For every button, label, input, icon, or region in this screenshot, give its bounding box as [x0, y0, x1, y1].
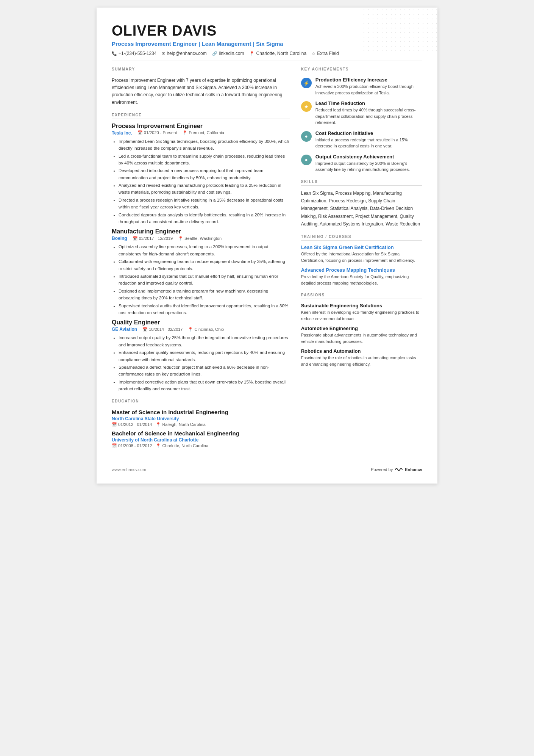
edu-location: 📍 Raleigh, North Carolina	[156, 422, 205, 427]
edu-degree: Bachelor of Science in Mechanical Engine…	[112, 430, 290, 437]
job-dates: 📅 01/2020 - Present	[137, 130, 177, 135]
job-bullets: Implemented Lean Six Sigma techniques, b…	[112, 138, 290, 225]
contact-icon: 🔗	[212, 51, 217, 56]
training-section: TRAINING / COURSES Lean Six Sigma Green …	[301, 235, 422, 286]
bullet-item: Collaborated with engineering teams to r…	[119, 258, 290, 272]
job-bullets: Optimized assembly line processes, leadi…	[112, 243, 290, 316]
job-dates: 📅 10/2014 - 02/2017	[142, 327, 183, 332]
experience-label: EXPERIENCE	[112, 113, 290, 119]
passions-label: PASSIONS	[301, 293, 422, 299]
powered-by-label: Powered by	[371, 467, 393, 472]
job-company: Boeing	[112, 236, 127, 241]
training-label: TRAINING / COURSES	[301, 235, 422, 241]
achievement-item: ★ Lead Time Reduction Reduced lead times…	[301, 100, 422, 126]
passion-title: Automotive Engineering	[301, 326, 422, 331]
achievement-content: Output Consistency Achievement Improved …	[315, 154, 422, 173]
experience-section: EXPERIENCE Process Improvement Engineer …	[112, 113, 290, 393]
education-section: EDUCATION Master of Science in Industria…	[112, 399, 290, 448]
brand-name: Enhancv	[405, 467, 422, 472]
jobs-container: Process Improvement Engineer Tesla Inc. …	[112, 123, 290, 393]
passion-item: Sustainable Engineering Solutions Keen i…	[301, 303, 422, 322]
passion-item: Automotive Engineering Passionate about …	[301, 326, 422, 344]
training-item: Advanced Process Mapping Techniques Prov…	[301, 267, 422, 286]
edu-degree: Master of Science in Industrial Engineer…	[112, 409, 290, 415]
bullet-item: Supervised technical audits that identif…	[119, 302, 290, 316]
passion-desc: Fascinated by the role of robotics in au…	[301, 355, 422, 367]
achievement-icon: ⚡	[301, 78, 312, 88]
bullet-item: Increased output quality by 25% through …	[119, 334, 290, 348]
achievement-desc: Improved output consistency by 200% in B…	[315, 160, 422, 173]
training-desc: Provided by the American Society for Qua…	[301, 274, 422, 286]
job-meta: Boeing 📅 03/2017 - 12/2019 📍 Seattle, Wa…	[112, 236, 290, 241]
passion-desc: Passionate about advancements in automot…	[301, 332, 422, 344]
edu-dates: 📅 01/2008 - 01/2012	[112, 443, 152, 448]
achievement-desc: Achieved a 300% production efficiency bo…	[315, 83, 422, 96]
bullet-item: Developed and introduced a new process m…	[119, 167, 290, 181]
edu-school: North Carolina State University	[112, 416, 290, 421]
passions-section: PASSIONS Sustainable Engineering Solutio…	[301, 293, 422, 367]
job-item: Process Improvement Engineer Tesla Inc. …	[112, 123, 290, 225]
left-column: SUMMARY Process Improvement Engineer wit…	[112, 67, 290, 455]
summary-section: SUMMARY Process Improvement Engineer wit…	[112, 67, 290, 106]
job-location: 📍 Cincinnati, Ohio	[188, 327, 224, 332]
job-location: 📍 Fremont, California	[182, 130, 224, 135]
job-item: Manufacturing Engineer Boeing 📅 03/2017 …	[112, 228, 290, 316]
footer: www.enhancv.com Powered by Enhancv	[112, 463, 422, 472]
bullet-item: Analyzed and revised existing manufactur…	[119, 182, 290, 196]
contact-icon: ☆	[312, 51, 315, 56]
education-item: Bachelor of Science in Mechanical Engine…	[112, 430, 290, 448]
achievements-label: KEY ACHIEVEMENTS	[301, 67, 422, 73]
achievement-content: Cost Reduction Initiative Initiated a pr…	[315, 130, 422, 149]
contact-text: linkedin.com	[219, 51, 244, 56]
job-location: 📍 Seattle, Washington	[178, 236, 222, 241]
edu-school: University of North Carolina at Charlott…	[112, 437, 290, 443]
bullet-item: Introduced automated systems that cut ma…	[119, 273, 290, 287]
training-item: Lean Six Sigma Green Belt Certification …	[301, 244, 422, 263]
contact-item: 📍Charlotte, North Carolina	[249, 51, 306, 56]
job-title: Manufacturing Engineer	[112, 228, 290, 235]
bullet-item: Conducted rigorous data analysis to iden…	[119, 211, 290, 225]
achievement-icon: ●	[301, 155, 312, 165]
job-bullets: Increased output quality by 25% through …	[112, 334, 290, 392]
edu-location: 📍 Charlotte, North Carolina	[156, 443, 208, 448]
achievement-title: Production Efficiency Increase	[315, 77, 422, 83]
enhancv-logo-icon	[395, 467, 403, 472]
contact-text: help@enhancv.com	[167, 51, 206, 56]
bullet-item: Optimized assembly line processes, leadi…	[119, 243, 290, 257]
edu-meta: 📅 01/2012 - 01/2014 📍 Raleigh, North Car…	[112, 422, 290, 427]
edu-meta: 📅 01/2008 - 01/2012 📍 Charlotte, North C…	[112, 443, 290, 448]
training-container: Lean Six Sigma Green Belt Certification …	[301, 244, 422, 286]
contact-item: 📞+1-(234)-555-1234	[112, 51, 156, 56]
resume-page: OLIVER DAVIS Process Improvement Enginee…	[97, 8, 437, 484]
footer-brand: Powered by Enhancv	[371, 467, 422, 472]
training-desc: Offered by the International Association…	[301, 251, 422, 263]
training-title: Advanced Process Mapping Techniques	[301, 267, 422, 273]
summary-text: Process Improvement Engineer with 7 year…	[112, 77, 290, 106]
achievement-content: Lead Time Reduction Reduced lead times b…	[315, 100, 422, 126]
contact-item: ✉help@enhancv.com	[162, 51, 206, 56]
job-company: GE Aviation	[112, 327, 137, 332]
job-meta: GE Aviation 📅 10/2014 - 02/2017 📍 Cincin…	[112, 327, 290, 332]
bullet-item: Implemented corrective action plans that…	[119, 379, 290, 393]
education-item: Master of Science in Industrial Engineer…	[112, 409, 290, 427]
achievement-item: ● Output Consistency Achievement Improve…	[301, 154, 422, 173]
skills-label: SKILLS	[301, 180, 422, 186]
job-title: Quality Engineer	[112, 319, 290, 326]
passion-title: Robotics and Automation	[301, 348, 422, 354]
achievement-icon: ●	[301, 131, 312, 142]
job-company: Tesla Inc.	[112, 130, 132, 136]
contact-icon: 📞	[112, 51, 117, 56]
contact-icon: ✉	[162, 51, 165, 56]
bullet-item: Spearheaded a defect reduction project t…	[119, 364, 290, 378]
achievement-item: ⚡ Production Efficiency Increase Achieve…	[301, 77, 422, 96]
contact-item: ☆Extra Field	[312, 51, 339, 56]
contact-text: Extra Field	[317, 51, 339, 56]
achievement-content: Production Efficiency Increase Achieved …	[315, 77, 422, 96]
summary-label: SUMMARY	[112, 67, 290, 73]
contact-text: +1-(234)-555-1234	[119, 51, 156, 56]
job-title: Process Improvement Engineer	[112, 123, 290, 130]
achievement-title: Lead Time Reduction	[315, 100, 422, 106]
achievement-desc: Reduced lead times by 40% through succes…	[315, 107, 422, 126]
edu-dates: 📅 01/2012 - 01/2014	[112, 422, 152, 427]
passion-item: Robotics and Automation Fascinated by th…	[301, 348, 422, 367]
